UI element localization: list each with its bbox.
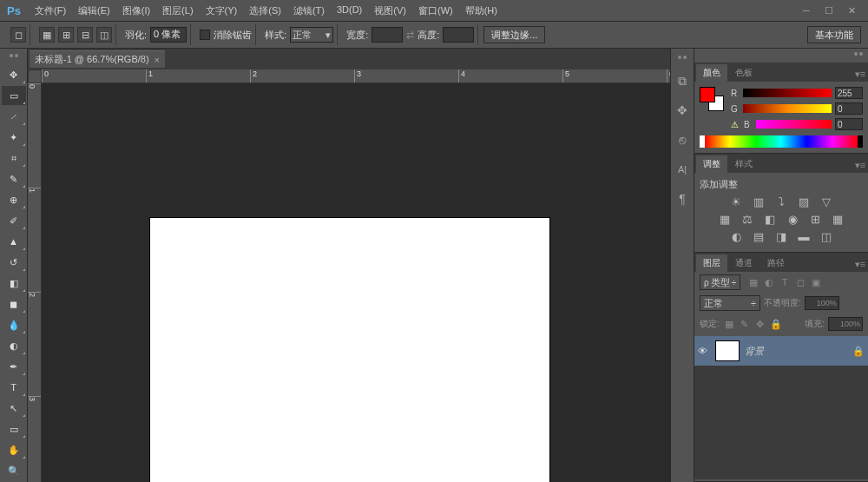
tab-adjustments[interactable]: 调整 (696, 155, 727, 173)
photo-filter-icon[interactable]: ◉ (785, 212, 800, 226)
lock-icon[interactable]: 🔒 (852, 346, 865, 357)
hue-icon[interactable]: ▦ (717, 212, 733, 226)
canvas[interactable] (150, 218, 549, 482)
color-spectrum[interactable] (700, 135, 863, 148)
bw-icon[interactable]: ◧ (762, 212, 778, 226)
brightness-icon[interactable]: ☀ (728, 195, 744, 208)
vibrance-icon[interactable]: ▽ (819, 195, 834, 208)
menu-layer[interactable]: 图层(L) (157, 2, 198, 20)
type-tool[interactable]: T (2, 378, 26, 397)
gradient-tool[interactable]: ◼ (2, 294, 26, 314)
shape-tool[interactable]: ▭ (2, 419, 26, 439)
filter-adjust-icon[interactable]: ◐ (763, 276, 775, 288)
menu-3d[interactable]: 3D(D) (332, 2, 367, 20)
selective-icon[interactable]: ◫ (819, 229, 834, 243)
layer-thumbnail[interactable] (715, 340, 740, 361)
ruler-vertical[interactable]: 012345 (28, 83, 42, 482)
styles-panel-icon[interactable]: ¶ (672, 186, 693, 212)
menu-select[interactable]: 选择(S) (244, 2, 286, 20)
intersect-selection-icon[interactable]: ◫ (96, 27, 112, 43)
layer-item[interactable]: 👁 背景 🔒 (694, 336, 868, 366)
tab-layers[interactable]: 图层 (696, 254, 727, 272)
paragraph-panel-icon[interactable]: A| (672, 156, 693, 182)
filter-shape-icon[interactable]: ◻ (794, 276, 806, 288)
filter-type-icon[interactable]: T (779, 276, 791, 288)
menu-help[interactable]: 帮助(H) (460, 2, 503, 20)
new-selection-icon[interactable]: ▦ (39, 27, 55, 43)
panel-menu-icon[interactable]: ▾≡ (852, 66, 868, 82)
balance-icon[interactable]: ⚖ (740, 212, 755, 226)
exposure-icon[interactable]: ▨ (796, 195, 812, 208)
crop-tool[interactable]: ⌗ (2, 149, 26, 168)
history-brush-tool[interactable]: ↺ (2, 253, 26, 272)
lock-all-icon[interactable]: 🔒 (770, 318, 782, 330)
fill-value[interactable]: 100% (828, 317, 863, 331)
tab-swatches[interactable]: 色板 (728, 64, 760, 82)
visibility-icon[interactable]: 👁 (698, 346, 710, 356)
hand-tool[interactable]: ✋ (2, 440, 26, 459)
eyedropper-tool[interactable]: ✎ (2, 169, 26, 188)
brush-tool[interactable]: ✐ (2, 211, 26, 230)
height-input[interactable] (443, 27, 474, 43)
tab-paths[interactable]: 路径 (760, 254, 792, 272)
opacity-value[interactable]: 100% (805, 296, 839, 310)
feather-input[interactable]: 0 像素 (150, 27, 187, 43)
swap-icon[interactable]: ⇄ (406, 30, 414, 41)
pen-tool[interactable]: ✒ (2, 357, 26, 376)
lock-transparency-icon[interactable]: ▦ (723, 318, 735, 330)
move-tool[interactable]: ✥ (2, 65, 26, 84)
levels-icon[interactable]: ▥ (751, 195, 766, 208)
gamut-warning-icon[interactable]: ⚠ (731, 120, 739, 129)
path-select-tool[interactable]: ↖ (2, 399, 26, 418)
history-panel-icon[interactable]: ⧉ (672, 68, 693, 94)
lookup-icon[interactable]: ▦ (830, 212, 845, 226)
tab-channels[interactable]: 通道 (728, 254, 760, 272)
b-slider[interactable] (756, 120, 832, 129)
healing-tool[interactable]: ⊕ (2, 190, 26, 209)
panel-menu-icon[interactable]: ▾≡ (852, 256, 868, 272)
canvas-viewport[interactable] (42, 83, 670, 482)
lock-position-icon[interactable]: ✥ (754, 318, 766, 330)
filter-pixel-icon[interactable]: ▦ (747, 276, 760, 288)
menu-edit[interactable]: 编辑(E) (73, 2, 115, 20)
maximize-button[interactable]: ☐ (823, 4, 835, 17)
magic-wand-tool[interactable]: ✦ (2, 128, 26, 147)
properties-panel-icon[interactable]: ✥ (672, 97, 693, 123)
posterize-icon[interactable]: ▤ (751, 229, 766, 243)
g-slider[interactable] (743, 104, 832, 113)
refine-edge-button[interactable]: 调整边缘... (483, 26, 545, 43)
close-button[interactable]: ✕ (845, 4, 858, 17)
width-input[interactable] (372, 27, 403, 43)
tab-color[interactable]: 颜色 (696, 64, 727, 82)
curves-icon[interactable]: ⤵ (773, 195, 789, 208)
dodge-tool[interactable]: ◐ (2, 336, 26, 355)
add-selection-icon[interactable]: ⊞ (58, 27, 74, 43)
blur-tool[interactable]: 💧 (2, 315, 26, 334)
ruler-origin[interactable] (28, 69, 42, 83)
style-select[interactable]: 正常▾ (290, 27, 333, 43)
lasso-tool[interactable]: ⟋ (2, 107, 26, 126)
close-icon[interactable]: × (155, 55, 160, 65)
eraser-tool[interactable]: ◧ (2, 274, 26, 293)
menu-filter[interactable]: 滤镜(T) (288, 2, 330, 20)
layer-kind-select[interactable]: ρ 类型 ÷ (700, 274, 740, 290)
mixer-icon[interactable]: ⊞ (807, 212, 823, 226)
menu-type[interactable]: 文字(Y) (201, 2, 243, 20)
foreground-swatch[interactable] (700, 87, 715, 102)
workspace-button[interactable]: 基本功能 (807, 26, 861, 43)
antialias-checkbox[interactable] (200, 30, 210, 40)
menu-window[interactable]: 窗口(W) (413, 2, 458, 20)
tool-preset-icon[interactable]: ◻ (10, 27, 26, 43)
ruler-horizontal[interactable]: 01234567 (42, 69, 670, 83)
tab-styles[interactable]: 样式 (728, 155, 760, 173)
r-slider[interactable] (743, 89, 832, 97)
marquee-tool[interactable]: ▭ (2, 86, 26, 105)
menu-view[interactable]: 视图(V) (369, 2, 411, 20)
zoom-tool[interactable]: 🔍 (2, 461, 26, 480)
g-value[interactable]: 0 (835, 102, 863, 115)
gradient-map-icon[interactable]: ▬ (796, 229, 812, 243)
minimize-button[interactable]: ─ (800, 4, 812, 17)
menu-image[interactable]: 图像(I) (117, 2, 155, 20)
b-value[interactable]: 0 (835, 118, 863, 130)
subtract-selection-icon[interactable]: ⊟ (77, 27, 93, 43)
